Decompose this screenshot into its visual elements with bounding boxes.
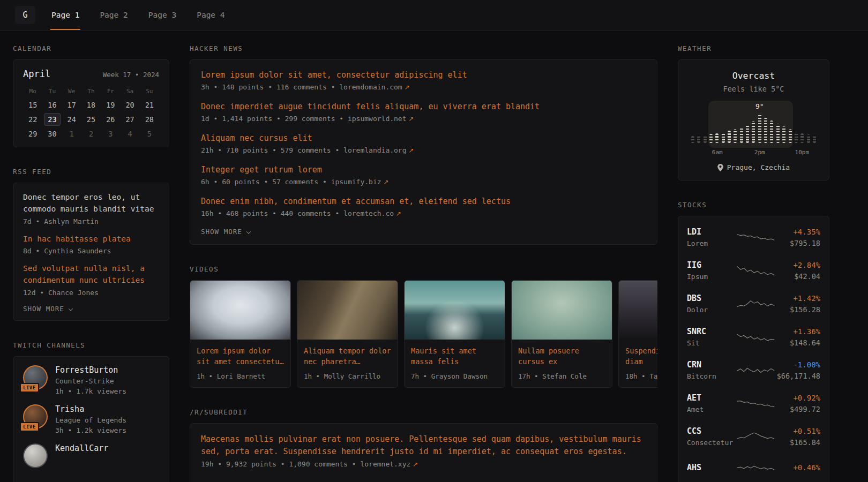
hackernews-item[interactable]: Aliquam nec cursus elit21h • 710 points …	[201, 133, 646, 154]
hackernews-domain-link[interactable]: loremlandia.org	[343, 146, 406, 154]
weather-bar	[728, 131, 731, 143]
channel-meta: 1h • 1.7k viewers	[55, 387, 126, 395]
live-badge: LIVE	[20, 383, 39, 393]
subreddit-widget: /R/SUBREDDIT Maecenas mollis pulvinar er…	[190, 408, 657, 482]
calendar-day: 18	[81, 101, 101, 109]
hackernews-domain-link[interactable]: ipsumify.biz	[331, 178, 381, 186]
weather-time-label: 6am	[712, 149, 723, 156]
stock-row[interactable]: DBSDolor+1.42%$156.28	[687, 287, 820, 320]
weather-bar	[807, 134, 810, 143]
stock-values: +0.46%	[775, 463, 820, 472]
subreddit-list: Maecenas mollis pulvinar erat non posuer…	[201, 433, 646, 469]
rss-item-meta: 12d • Chance Jones	[23, 289, 159, 297]
twitch-avatar	[23, 443, 48, 468]
hackernews-domain-link[interactable]: loremtech.co	[343, 209, 394, 217]
stock-row[interactable]: AHS+0.46%	[687, 453, 820, 482]
section-title-videos: VIDEOS	[190, 265, 657, 273]
external-link-icon: ↗	[384, 178, 389, 186]
sparkline-chart	[736, 329, 775, 345]
hackernews-card: Lorem ipsum dolor sit amet, consectetur …	[190, 59, 657, 245]
video-card[interactable]: Mauris sit amet massa felis7h • Grayson …	[404, 280, 505, 388]
rss-item-title: In hac habitasse platea	[23, 234, 159, 245]
tab-page-4[interactable]: Page 4	[196, 0, 226, 30]
video-card[interactable]: Aliquam tempor dolor nec pharetra…1h • M…	[297, 280, 398, 388]
right-column: WEATHER Overcast Feels like 5°C 9° 6am2p…	[678, 44, 829, 482]
subreddit-domain-link[interactable]: loremnet.xyz	[360, 460, 410, 468]
twitch-channel[interactable]: KendallCarr	[23, 443, 159, 468]
section-title-subreddit: /R/SUBREDDIT	[190, 408, 657, 416]
video-list: Lorem ipsum dolor sit amet consectetu…1h…	[190, 280, 657, 388]
video-card[interactable]: Nullam posuere cursus ex17h • Stefan Col…	[511, 280, 612, 388]
subreddit-card: Maecenas mollis pulvinar erat non posuer…	[190, 423, 657, 482]
section-title-stocks: STOCKS	[678, 201, 829, 209]
hackernews-domain-link[interactable]: ipsumworld.net	[348, 115, 407, 123]
video-thumbnail	[297, 281, 398, 340]
hackernews-show-more-button[interactable]: SHOW MORE	[201, 228, 646, 236]
hackernews-meta-text: 16h • 468 points • 440 comments •	[201, 209, 343, 217]
calendar-day: 3	[101, 130, 120, 138]
middle-column: HACKER NEWS Lorem ipsum dolor sit amet, …	[190, 44, 657, 482]
stock-row[interactable]: CCSConsectetur+0.51%$165.84	[687, 420, 820, 453]
rss-item[interactable]: Sed volutpat nulla nisl, a condimentum n…	[23, 263, 159, 297]
hackernews-item[interactable]: Donec enim nibh, condimentum et accumsan…	[201, 196, 646, 217]
avatar-image	[23, 443, 48, 468]
tab-page-3[interactable]: Page 3	[147, 0, 177, 30]
twitch-channel-info: TrishaLeague of Legends3h • 1.2k viewers	[55, 404, 126, 434]
subreddit-item[interactable]: Maecenas mollis pulvinar erat non posuer…	[201, 433, 646, 469]
twitch-widget: TWITCH CHANNELS LIVEForrestBurtonCounter…	[13, 341, 169, 482]
video-card[interactable]: Lorem ipsum dolor sit amet consectetu…1h…	[190, 280, 291, 388]
stock-list: LDILorem+4.35%$795.18IIGIpsum+2.84%$42.0…	[687, 221, 820, 482]
hackernews-title: Lorem ipsum dolor sit amet, consectetur …	[201, 70, 646, 81]
hackernews-item[interactable]: Lorem ipsum dolor sit amet, consectetur …	[201, 70, 646, 91]
channel-game: League of Legends	[55, 416, 126, 424]
tab-page-1[interactable]: Page 1	[50, 0, 80, 30]
calendar-day-header: Tu	[42, 88, 62, 95]
external-link-icon: ↗	[409, 115, 414, 123]
weather-bar	[734, 129, 737, 143]
calendar-day: 2	[81, 130, 101, 138]
twitch-channel[interactable]: LIVETrishaLeague of Legends3h • 1.2k vie…	[23, 404, 159, 434]
stock-row[interactable]: LDILorem+4.35%$795.18	[687, 221, 820, 254]
weather-bar	[715, 133, 719, 143]
video-card[interactable]: Suspendisse diam18h • Tara	[618, 280, 657, 388]
stock-price: $42.04	[775, 272, 820, 281]
stock-sparkline	[736, 362, 775, 378]
channel-game: Counter-Strike	[55, 377, 126, 385]
calendar-day-header: Sa	[120, 88, 139, 95]
video-meta: 17h • Stefan Cole	[518, 372, 605, 380]
rss-show-more-button[interactable]: SHOW MORE	[23, 305, 159, 313]
calendar-day: 21	[140, 101, 159, 109]
hackernews-meta: 1d • 1,414 points • 299 comments • ipsum…	[201, 115, 646, 123]
rss-item[interactable]: Donec tempor eros leo, ut commodo mauris…	[23, 192, 159, 225]
weather-bar	[704, 135, 707, 143]
stock-name: Amet	[687, 405, 736, 413]
video-title: Mauris sit amet massa felis	[411, 345, 498, 367]
external-link-icon: ↗	[405, 84, 410, 91]
stock-row[interactable]: AETAmet+0.92%$499.72	[687, 387, 820, 420]
hackernews-item[interactable]: Integer eget rutrum lorem6h • 60 points …	[201, 164, 646, 186]
twitch-avatar: LIVE	[23, 404, 48, 429]
hackernews-title: Integer eget rutrum lorem	[201, 164, 646, 176]
rss-item[interactable]: In hac habitasse platea8d • Cynthia Saun…	[23, 234, 159, 255]
logo[interactable]: G	[15, 6, 35, 24]
external-link-icon: ↗	[396, 210, 401, 217]
rss-item-meta: 8d • Cynthia Saunders	[23, 247, 159, 255]
weather-bar	[746, 125, 749, 143]
video-title: Lorem ipsum dolor sit amet consectetu…	[197, 345, 284, 367]
weather-bar	[752, 121, 755, 143]
stock-change: +0.46%	[775, 463, 820, 472]
hackernews-item[interactable]: Donec imperdiet augue tincidunt felis al…	[201, 101, 646, 123]
rss-item-title: Donec tempor eros leo, ut commodo mauris…	[23, 192, 159, 215]
stock-row[interactable]: CRNBitcorn-1.00%$66,171.48	[687, 353, 820, 387]
external-link-icon: ↗	[409, 147, 414, 154]
section-title-calendar: CALENDAR	[13, 44, 169, 52]
top-nav: G Page 1Page 2Page 3Page 4	[0, 0, 868, 31]
stock-price: $148.64	[775, 338, 820, 347]
stock-row[interactable]: IIGIpsum+2.84%$42.04	[687, 254, 820, 287]
stock-row[interactable]: SNRCSit+1.36%$148.64	[687, 320, 820, 353]
twitch-channel[interactable]: LIVEForrestBurtonCounter-Strike1h • 1.7k…	[23, 365, 159, 395]
tab-page-2[interactable]: Page 2	[99, 0, 129, 30]
hackernews-domain-link[interactable]: loremdomain.com	[339, 83, 402, 91]
weather-bar	[758, 114, 761, 143]
weather-bar	[697, 135, 700, 143]
